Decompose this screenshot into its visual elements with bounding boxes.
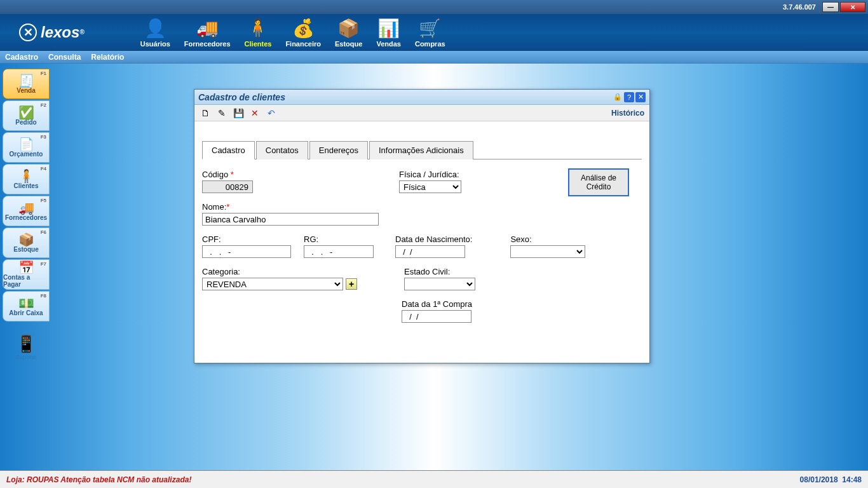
- tabs: Cadastro Contatos Endereços Informações …: [202, 140, 642, 159]
- sidebar-label: Estoque: [13, 246, 38, 253]
- sidebar-pedido[interactable]: F2 ✅ Pedido: [3, 100, 50, 131]
- sidebar-label: Orçamento: [10, 151, 43, 158]
- cpf-input[interactable]: [202, 245, 291, 258]
- support-label: Suporte: [16, 354, 36, 360]
- rg-input[interactable]: [304, 245, 374, 258]
- nav-financeiro[interactable]: 💰 Financeiro: [280, 16, 326, 49]
- window-close-icon[interactable]: ✕: [635, 92, 646, 102]
- stock-icon: 📦: [18, 233, 34, 246]
- estado-civil-select[interactable]: [404, 278, 475, 290]
- sidebar-label: Contas a Pagar: [3, 274, 49, 288]
- shortcut-key: F1: [41, 71, 46, 76]
- shortcut-key: F8: [41, 293, 46, 299]
- nome-label: Nome:*: [202, 202, 379, 212]
- shortcut-key: F6: [41, 229, 46, 235]
- sexo-label: Sexo:: [510, 234, 585, 244]
- historico-link[interactable]: Histórico: [611, 109, 644, 118]
- codigo-input[interactable]: [202, 180, 253, 193]
- menu-consulta[interactable]: Consulta: [48, 53, 81, 62]
- sidebar-orcamento[interactable]: F3 📄 Orçamento: [3, 132, 50, 163]
- delete-icon[interactable]: ✕: [249, 107, 261, 119]
- sexo-select[interactable]: [510, 245, 585, 258]
- help-icon[interactable]: ?: [624, 92, 634, 102]
- sidebar-abrir-caixa[interactable]: F8 💵 Abrir Caixa: [3, 291, 50, 322]
- lock-icon[interactable]: 🔒: [613, 92, 623, 102]
- phone-icon: 📱: [16, 334, 36, 354]
- undo-icon[interactable]: ↶: [266, 107, 277, 119]
- register-icon: 💵: [18, 297, 34, 309]
- shortcut-key: F7: [41, 261, 46, 267]
- top-nav: 👤 Usuários 🚚 Fornecedores 🧍 Clientes 💰 F…: [135, 16, 451, 49]
- sidebar-venda[interactable]: F1 🧾 Venda: [3, 69, 50, 99]
- categoria-select[interactable]: REVENDA: [202, 278, 343, 290]
- nav-label: Fornecedores: [184, 40, 231, 48]
- client-icon: 🧍: [18, 170, 34, 182]
- nav-label: Vendas: [376, 40, 401, 48]
- sidebar-estoque[interactable]: F6 📦 Estoque: [3, 227, 50, 258]
- fisica-juridica-select[interactable]: Física: [399, 180, 461, 193]
- chart-icon: 📊: [377, 17, 400, 40]
- calendar-icon: 📅: [18, 261, 34, 274]
- person-icon: 🧍: [247, 17, 269, 40]
- edit-icon[interactable]: ✎: [216, 107, 227, 119]
- nav-estoque[interactable]: 📦 Estoque: [330, 16, 367, 49]
- menu-relatorio[interactable]: Relatório: [91, 53, 124, 62]
- sidebar-fornecedores[interactable]: F5 🚚 Fornecedores: [3, 196, 50, 226]
- datanasc-label: Data de Nascimento:: [395, 234, 472, 244]
- nav-label: Usuários: [140, 40, 170, 48]
- menubar: Cadastro Consulta Relatório: [0, 51, 868, 64]
- logo-icon: ✕: [19, 24, 37, 41]
- nav-vendas[interactable]: 📊 Vendas: [371, 16, 406, 49]
- nav-usuarios[interactable]: 👤 Usuários: [135, 16, 175, 49]
- add-categoria-button[interactable]: +: [346, 278, 357, 290]
- nav-label: Clientes: [245, 40, 272, 48]
- boxes-icon: 📦: [337, 17, 360, 40]
- estadocivil-label: Estado Civil:: [404, 267, 475, 276]
- truck-icon: 🚚: [196, 17, 219, 40]
- tab-info-adicionais[interactable]: Informações Adicionais: [369, 141, 473, 159]
- version-label: 3.7.46.007: [783, 3, 816, 11]
- window-titlebar: Cadastro de clientes 🔒 ? ✕: [194, 90, 649, 105]
- nav-compras[interactable]: 🛒 Compras: [410, 16, 451, 49]
- save-icon[interactable]: 💾: [233, 107, 244, 119]
- logo-text: lexos: [41, 24, 79, 41]
- sidebar-contas[interactable]: F7 📅 Contas a Pagar: [3, 259, 50, 290]
- sidebar-label: Abrir Caixa: [9, 309, 43, 316]
- categoria-label: Categoria:: [202, 267, 357, 276]
- new-icon[interactable]: 🗋: [200, 107, 211, 119]
- nav-label: Estoque: [335, 40, 362, 48]
- app-logo: ✕ lexos®: [19, 24, 85, 41]
- quote-icon: 📄: [18, 138, 34, 151]
- top-toolbar: ✕ lexos® 👤 Usuários 🚚 Fornecedores 🧍 Cli…: [0, 14, 868, 51]
- order-icon: ✅: [18, 106, 34, 119]
- tab-contatos[interactable]: Contatos: [256, 141, 308, 159]
- sidebar-label: Fornecedores: [5, 214, 47, 221]
- nav-clientes[interactable]: 🧍 Clientes: [240, 16, 277, 49]
- data-1a-compra-input[interactable]: [402, 310, 471, 323]
- window-body: Cadastro Contatos Endereços Informações …: [194, 121, 649, 363]
- sale-icon: 🧾: [18, 74, 34, 87]
- nome-input[interactable]: [202, 213, 379, 226]
- data-nascimento-input[interactable]: [395, 245, 465, 258]
- analise-credito-button[interactable]: Análise de Crédito: [568, 168, 629, 196]
- sidebar: F1 🧾 Venda F2 ✅ Pedido F3 📄 Orçamento F4…: [3, 69, 50, 366]
- tab-enderecos[interactable]: Endereços: [309, 141, 368, 159]
- close-button[interactable]: ✕: [840, 2, 865, 12]
- main-area: F1 🧾 Venda F2 ✅ Pedido F3 📄 Orçamento F4…: [0, 64, 868, 470]
- status-warning: Loja: ROUPAS Atenção tabela NCM não atua…: [6, 475, 191, 484]
- sidebar-suporte[interactable]: 📱 Suporte: [10, 334, 42, 366]
- nav-label: Financeiro: [285, 40, 321, 48]
- menu-cadastro[interactable]: Cadastro: [5, 53, 38, 62]
- sidebar-label: Clientes: [14, 182, 39, 189]
- status-datetime: 08/01/2018 14:48: [800, 475, 862, 484]
- sidebar-label: Venda: [17, 87, 35, 94]
- rg-label: RG:: [304, 234, 374, 244]
- shortcut-key: F2: [41, 102, 46, 108]
- nav-fornecedores[interactable]: 🚚 Fornecedores: [179, 16, 236, 49]
- minimize-button[interactable]: —: [822, 2, 839, 12]
- sidebar-clientes[interactable]: F4 🧍 Clientes: [3, 164, 50, 194]
- shortcut-key: F3: [41, 134, 46, 140]
- money-icon: 💰: [292, 17, 315, 40]
- tab-cadastro[interactable]: Cadastro: [202, 141, 255, 159]
- data1compra-label: Data da 1ª Compra: [402, 299, 472, 309]
